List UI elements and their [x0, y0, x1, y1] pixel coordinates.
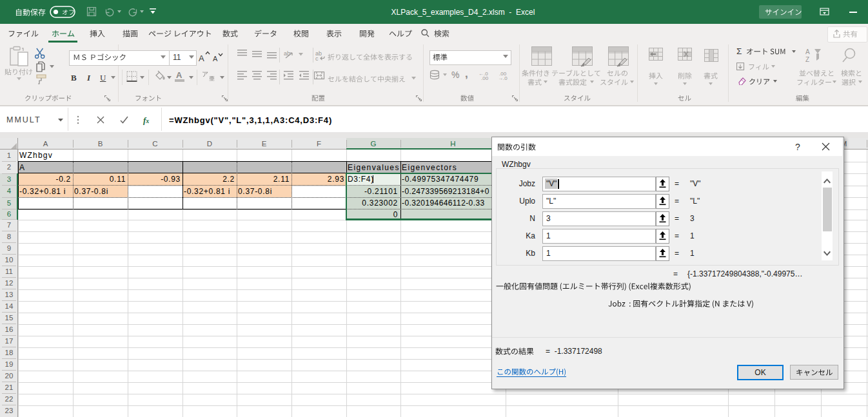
svg-text:A: A	[805, 48, 810, 55]
svg-text:Z: Z	[805, 56, 809, 63]
svg-text:ab: ab	[284, 50, 290, 57]
svg-text:.00: .00	[481, 75, 489, 81]
svg-text:→.0: →.0	[498, 75, 508, 81]
svg-text:c: c	[315, 55, 319, 61]
